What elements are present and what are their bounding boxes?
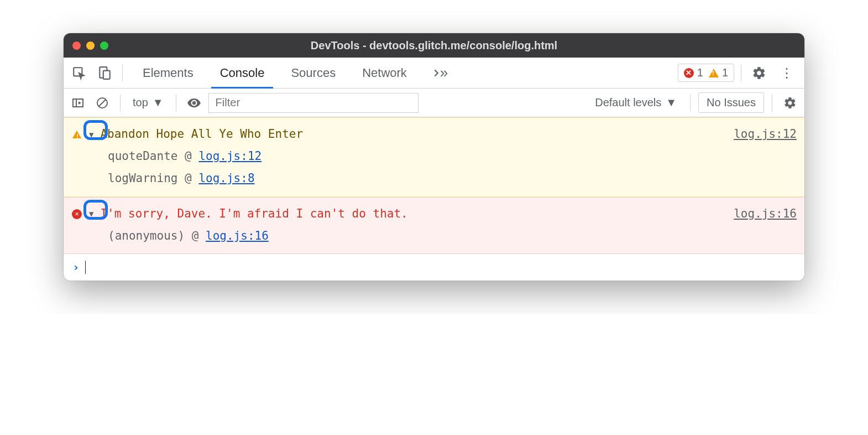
stack-source-link[interactable]: log.js:8 xyxy=(198,172,254,185)
context-label: top xyxy=(133,96,148,109)
console-toolbar: top ▼ Default levels ▼ No Issues xyxy=(64,89,804,117)
clear-console-icon[interactable] xyxy=(92,93,112,113)
filter-input[interactable] xyxy=(208,93,419,113)
svg-rect-2 xyxy=(103,70,110,79)
stack-at: @ xyxy=(192,229,206,242)
stack-source-link[interactable]: log.js:16 xyxy=(206,229,269,242)
stack-source-link[interactable]: log.js:12 xyxy=(198,149,262,163)
close-window-button[interactable] xyxy=(72,42,81,50)
svg-line-6 xyxy=(99,100,106,106)
issues-button[interactable]: No Issues xyxy=(698,92,764,113)
maximize-window-button[interactable] xyxy=(100,42,108,50)
traffic-lights xyxy=(72,42,108,50)
tab-network[interactable]: Network xyxy=(349,58,420,88)
console-settings-icon[interactable] xyxy=(780,93,800,113)
titlebar: DevTools - devtools.glitch.me/console/lo… xyxy=(64,33,804,58)
window-title: DevTools - devtools.glitch.me/console/lo… xyxy=(64,39,804,52)
main-tabs: Elements Console Sources Network xyxy=(129,58,420,88)
live-expression-icon[interactable] xyxy=(184,93,204,113)
warning-count: 1 xyxy=(709,66,728,79)
issue-counts[interactable]: ✕ 1 1 xyxy=(678,64,734,82)
source-link[interactable]: log.js:16 xyxy=(734,203,797,225)
error-count: ✕ 1 xyxy=(684,66,703,79)
log-message: Abandon Hope All Ye Who Enter xyxy=(100,123,729,146)
main-tabstrip: Elements Console Sources Network » ✕ 1 1 xyxy=(64,58,804,89)
stack-trace: quoteDante @ log.js:12 logWarning @ log.… xyxy=(71,146,797,190)
devtools-window: DevTools - devtools.glitch.me/console/lo… xyxy=(64,33,804,281)
source-link[interactable]: log.js:12 xyxy=(734,123,797,146)
stack-function: quoteDante xyxy=(108,149,177,163)
more-tabs-button[interactable]: » xyxy=(423,64,454,81)
divider xyxy=(772,95,772,111)
divider xyxy=(122,65,123,81)
stack-trace: (anonymous) @ log.js:16 xyxy=(71,225,797,247)
sidebar-toggle-icon[interactable] xyxy=(68,93,88,113)
disclosure-triangle[interactable]: ▼ xyxy=(87,127,96,142)
stack-function: logWarning xyxy=(108,172,177,185)
stack-frame: quoteDante @ log.js:12 xyxy=(108,146,797,168)
stack-at: @ xyxy=(185,149,198,163)
prompt-caret-icon: › xyxy=(72,261,80,274)
stack-frame: logWarning @ log.js:8 xyxy=(108,168,797,190)
minimize-window-button[interactable] xyxy=(86,42,95,50)
tab-elements[interactable]: Elements xyxy=(129,58,207,88)
divider xyxy=(120,95,121,111)
divider xyxy=(741,65,741,81)
settings-icon[interactable] xyxy=(748,62,770,84)
stack-at: @ xyxy=(185,172,198,185)
error-icon: ✕ xyxy=(684,68,694,78)
context-selector[interactable]: top ▼ xyxy=(128,96,168,109)
warning-icon xyxy=(709,69,719,77)
log-levels-selector[interactable]: Default levels ▼ xyxy=(589,96,682,109)
divider xyxy=(176,95,176,111)
chevron-down-icon: ▼ xyxy=(666,96,677,109)
error-count-value: 1 xyxy=(697,66,703,79)
log-entry-error: ✕ ▼ I'm sorry, Dave. I'm afraid I can't … xyxy=(64,197,804,255)
chevron-down-icon: ▼ xyxy=(153,96,164,109)
tab-sources[interactable]: Sources xyxy=(278,58,349,88)
divider xyxy=(690,95,691,111)
tab-console[interactable]: Console xyxy=(207,58,278,88)
text-cursor xyxy=(85,261,86,274)
stack-function: (anonymous) xyxy=(108,229,185,242)
inspect-element-icon[interactable] xyxy=(68,62,90,84)
console-prompt[interactable]: › xyxy=(64,254,804,281)
stack-frame: (anonymous) @ log.js:16 xyxy=(108,225,797,247)
warning-icon xyxy=(71,131,82,138)
more-options-icon[interactable]: ⋮ xyxy=(773,65,800,81)
log-levels-label: Default levels xyxy=(595,96,661,109)
disclosure-triangle[interactable]: ▼ xyxy=(87,206,96,221)
device-toolbar-icon[interactable] xyxy=(93,62,116,84)
log-entry-warning: ▼ Abandon Hope All Ye Who Enter log.js:1… xyxy=(64,117,804,197)
error-icon: ✕ xyxy=(71,209,82,219)
svg-rect-3 xyxy=(73,99,83,107)
warning-count-value: 1 xyxy=(722,66,728,79)
log-message: I'm sorry, Dave. I'm afraid I can't do t… xyxy=(100,203,729,225)
